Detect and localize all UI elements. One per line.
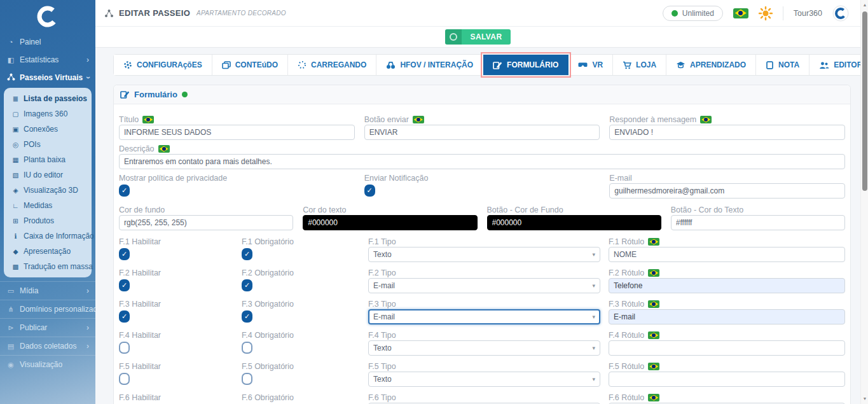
field-label: F.5 Rótulo	[609, 362, 644, 371]
sidebar-item-produtos[interactable]: ⊞Produtos	[4, 213, 92, 228]
botao-cor-de-fundo-input[interactable]	[487, 215, 661, 230]
check-icon: ✓	[121, 251, 127, 258]
form-icon	[493, 61, 502, 69]
sidebar-item-midia[interactable]: ▭Mídia›	[0, 281, 95, 300]
tab-formulario[interactable]: FORMULÁRIO	[483, 55, 568, 75]
titulo-input[interactable]	[119, 125, 355, 140]
email-input[interactable]	[609, 183, 845, 199]
save-button[interactable]: SALVAR	[445, 29, 511, 45]
sidebar-item-visualizacao[interactable]: ◉Visualização	[0, 355, 95, 373]
sidebar-item-passeios-virtuais[interactable]: Passeios Virtuais ›	[0, 69, 95, 87]
f4-rotulo-input[interactable]	[609, 340, 845, 356]
f5-rotulo-input[interactable]	[609, 372, 845, 387]
mostrar-politica-checkbox[interactable]: ✓	[119, 185, 130, 197]
f2-tipo-select[interactable]: E-mail▾	[368, 278, 600, 293]
botao-cor-do-texto-input[interactable]	[671, 215, 845, 230]
scrollbar-thumb[interactable]	[862, 11, 867, 191]
f2-obrigatorio-checkbox[interactable]: ✓	[242, 279, 252, 291]
custom-domains-icon: ⋔	[6, 305, 15, 314]
f1-tipo-select[interactable]: Texto▾	[368, 247, 600, 262]
field-label: F.4 Obrigatório	[242, 330, 364, 340]
app-logo[interactable]	[0, 0, 95, 33]
sidebar-item-planta-baixa[interactable]: ▦Planta baixa	[4, 152, 92, 167]
descricao-input[interactable]	[119, 154, 845, 169]
tab-editores[interactable]: EDITORES	[809, 55, 868, 75]
f5-tipo-select[interactable]: Texto▾	[368, 372, 600, 387]
sidebar-item-lista-de-passeios[interactable]: ≣Lista de passeios	[4, 91, 92, 106]
field-label: Cor do texto	[303, 205, 477, 215]
brazil-flag-icon	[648, 363, 659, 370]
sidebar-item-medidas[interactable]: ∟Medidas	[4, 198, 92, 213]
vertical-scrollbar[interactable]: ▲ ▼	[860, 0, 868, 404]
avatar[interactable]	[832, 5, 849, 22]
botao-enviar-input[interactable]	[364, 125, 600, 140]
sidebar-item-pois[interactable]: ◎POIs	[4, 137, 92, 152]
sidebar-item-estatisticas[interactable]: ◧ Estatísticas ›	[0, 51, 95, 69]
tab-conteudo[interactable]: CONTEúDO	[212, 55, 288, 75]
tab-nota[interactable]: NOTA	[756, 55, 809, 75]
field-label: Descrição	[119, 144, 155, 153]
f3-habilitar-checkbox[interactable]: ✓	[119, 310, 130, 323]
sidebar-item-publicar[interactable]: ⊳Publicar›	[0, 318, 95, 337]
tab-carregando[interactable]: CARREGANDO	[288, 55, 376, 75]
sidebar-item-imagens-360[interactable]: ▢Imagens 360	[4, 106, 92, 122]
f4-obrigatorio-checkbox[interactable]: ✓	[242, 342, 252, 354]
account-name: Tour360	[794, 9, 822, 18]
field-titulo: Título	[119, 115, 355, 140]
chevron-right-icon: ›	[86, 342, 89, 351]
sidebar-item-conexoes[interactable]: ▣Conexões	[4, 122, 92, 137]
chevron-right-icon: ›	[86, 286, 89, 295]
sidebar-item-dados-coletados[interactable]: ▤Dados coletados›	[0, 337, 95, 355]
f3-obrigatorio-checkbox[interactable]: ✓	[242, 310, 252, 323]
chevron-right-icon: ›	[86, 323, 89, 332]
tab-aprendizado[interactable]: APRENDIZADO	[666, 55, 756, 75]
check-icon: ✓	[244, 313, 250, 320]
cor-de-fundo-input[interactable]	[119, 215, 293, 230]
plan-badge[interactable]: Unlimited	[663, 6, 723, 21]
f5-habilitar-checkbox[interactable]: ✓	[119, 373, 130, 385]
scroll-down-arrow-icon[interactable]: ▼	[861, 395, 868, 403]
scroll-up-arrow-icon[interactable]: ▲	[861, 1, 868, 9]
check-icon: ✓	[367, 187, 373, 194]
tab-vr[interactable]: VR	[568, 55, 613, 75]
enabled-status-dot-icon	[182, 92, 188, 97]
chevron-down-icon: ›	[84, 76, 93, 79]
f3-rotulo-input[interactable]	[609, 309, 845, 324]
panel-header: Formulário	[114, 85, 850, 104]
sidebar-item-dominios-personalizados[interactable]: ⋔Domínios personalizados	[0, 300, 95, 318]
tab-bar: CONFIGURAçõES CONTEúDO CARREGANDO HFOV /…	[113, 54, 868, 76]
f2-rotulo-input[interactable]	[609, 278, 845, 293]
binoculars-icon	[386, 61, 396, 69]
sidebar-item-iu-do-editor[interactable]: ▧IU do editor	[4, 167, 92, 183]
tab-configuracoes[interactable]: CONFIGURAçõES	[114, 55, 212, 75]
sidebar-item-visualizacao-3d[interactable]: ◈Visualização 3D	[4, 183, 92, 198]
field-label: F.1 Rótulo	[609, 237, 644, 246]
f1-habilitar-checkbox[interactable]: ✓	[119, 248, 130, 260]
pois-icon: ◎	[11, 141, 20, 148]
field-label: Enviar Notificação	[364, 173, 600, 183]
field-label: F.3 Habilitar	[119, 299, 237, 309]
check-icon: ✓	[121, 313, 127, 320]
sidebar-item-traducao-em-massa[interactable]: ▩Tradução em massa	[4, 259, 92, 274]
save-spinner-icon	[445, 29, 462, 45]
f5-obrigatorio-checkbox[interactable]: ✓	[242, 373, 252, 385]
sun-icon[interactable]	[759, 6, 773, 20]
f1-rotulo-input[interactable]	[609, 247, 845, 262]
f4-habilitar-checkbox[interactable]: ✓	[119, 342, 130, 354]
sidebar-item-painel[interactable]: ◔ Painel	[0, 33, 95, 51]
cor-do-texto-input[interactable]	[303, 215, 477, 230]
field-mostrar-politica: Mostrar política de privacidade ✓	[119, 173, 355, 199]
brazil-flag-icon[interactable]	[733, 8, 748, 18]
f3-tipo-select[interactable]: E-mail▾	[368, 309, 600, 324]
tab-loja[interactable]: LOJA	[613, 55, 666, 75]
f4-tipo-select[interactable]: Texto▾	[368, 340, 600, 356]
tab-hfov-interacao[interactable]: HFOV / INTERAÇÃO	[376, 55, 483, 75]
spinner-icon	[298, 60, 307, 69]
responder-mensagem-input[interactable]	[609, 125, 845, 140]
f1-obrigatorio-checkbox[interactable]: ✓	[242, 248, 252, 260]
field-descricao: Descrição	[119, 144, 845, 169]
sidebar-item-apresentacao[interactable]: ◆Apresentação	[4, 244, 92, 259]
f2-habilitar-checkbox[interactable]: ✓	[119, 279, 130, 291]
sidebar-item-caixa-de-informacao[interactable]: ℹCaixa de Informação	[4, 228, 92, 244]
enviar-notificacao-checkbox[interactable]: ✓	[364, 185, 375, 197]
